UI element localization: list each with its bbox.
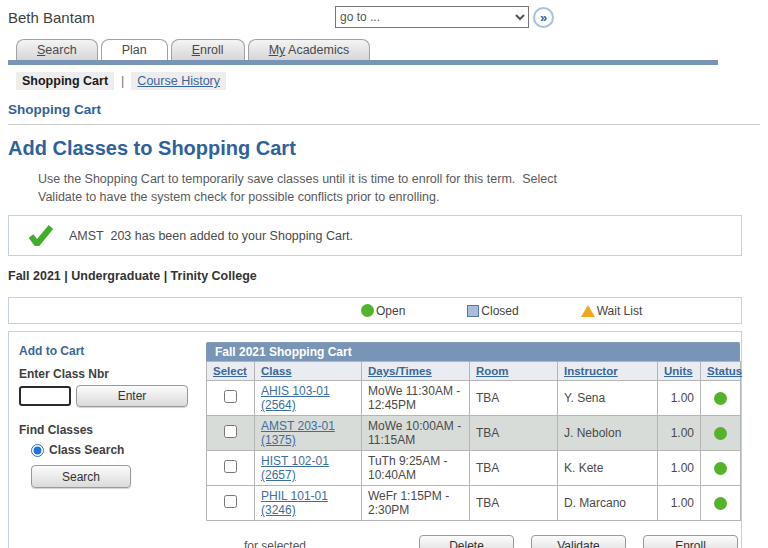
- column-header-instructor[interactable]: Instructor: [564, 365, 618, 377]
- open-status-icon: [361, 304, 374, 317]
- user-name: Beth Bantam: [8, 9, 95, 26]
- goto-group: go to ... »: [335, 6, 554, 28]
- class-code: AHIS 103-01: [261, 384, 355, 398]
- table-row: AHIS 103-01(2564) MoWe 11:30AM - 12:45PM…: [207, 381, 741, 416]
- for-selected-label: for selected: [244, 539, 306, 548]
- legend-closed: Closed: [467, 304, 518, 318]
- class-nbr: (2564): [261, 398, 355, 412]
- class-link[interactable]: PHIL 101-01(3246): [261, 489, 355, 517]
- table-header-row: Select Class Days/Times Room Instructor …: [207, 362, 741, 381]
- tab-enroll[interactable]: Enroll: [171, 39, 245, 60]
- room-cell: TBA: [470, 486, 558, 521]
- term-line: Fall 2021 | Undergraduate | Trinity Coll…: [8, 269, 760, 283]
- class-nbr: (2657): [261, 468, 355, 482]
- column-header-class[interactable]: Class: [261, 365, 292, 377]
- days-times-cell: MoWe 11:30AM - 12:45PM: [362, 381, 470, 416]
- cart-grid-area: Fall 2021 Shopping Cart Select Class Day…: [206, 342, 741, 548]
- row-select-checkbox[interactable]: [224, 390, 237, 403]
- class-code: PHIL 101-01: [261, 489, 355, 503]
- class-nbr: (1375): [261, 433, 355, 447]
- tab-label: Plan: [122, 43, 147, 57]
- subnav-separator: |: [121, 74, 124, 88]
- shopping-cart-panel: Add to Cart Enter Class Nbr Enter Find C…: [8, 331, 742, 548]
- double-chevron-icon: »: [540, 10, 547, 25]
- days-times-cell: MoWe 10:00AM - 11:15AM: [362, 416, 470, 451]
- success-message-box: AMST 203 has been added to your Shopping…: [8, 215, 742, 256]
- class-search-radio[interactable]: [31, 444, 44, 457]
- tab-search[interactable]: Search: [16, 39, 98, 60]
- success-message-text: AMST 203 has been added to your Shopping…: [69, 229, 353, 243]
- legend-closed-label: Closed: [481, 304, 518, 318]
- units-cell: 1.00: [658, 381, 701, 416]
- table-row-highlighted: AMST 203-01(1375) MoWe 10:00AM - 11:15AM…: [207, 416, 741, 451]
- legend-waitlist-label: Wait List: [597, 304, 643, 318]
- instructor-cell: J. Nebolon: [558, 416, 658, 451]
- legend-waitlist: Wait List: [581, 304, 643, 318]
- units-cell: 1.00: [658, 486, 701, 521]
- class-link[interactable]: AMST 203-01(1375): [261, 419, 355, 447]
- open-status-icon: [714, 497, 727, 510]
- tab-plan[interactable]: Plan: [101, 39, 168, 60]
- units-cell: 1.00: [658, 451, 701, 486]
- tab-label: nroll: [200, 43, 224, 57]
- go-button[interactable]: »: [533, 7, 554, 28]
- tab-underline-bar: [8, 60, 718, 65]
- top-bar: Beth Bantam go to ... »: [8, 6, 760, 32]
- class-nbr: (3246): [261, 503, 355, 517]
- column-header-status[interactable]: Status: [707, 365, 742, 377]
- legend-open: Open: [361, 304, 405, 318]
- days-times-cell: WeFr 1:15PM - 2:30PM: [362, 486, 470, 521]
- column-header-days-times[interactable]: Days/Times: [368, 365, 432, 377]
- table-row: PHIL 101-01(3246) WeFr 1:15PM - 2:30PM T…: [207, 486, 741, 521]
- class-nbr-input[interactable]: [19, 386, 71, 406]
- row-select-checkbox[interactable]: [224, 495, 237, 508]
- goto-select[interactable]: go to ...: [335, 6, 529, 28]
- add-to-cart-panel: Add to Cart Enter Class Nbr Enter Find C…: [9, 342, 206, 548]
- open-status-icon: [714, 427, 727, 440]
- room-cell: TBA: [470, 381, 558, 416]
- page-title: Add Classes to Shopping Cart: [8, 137, 760, 160]
- column-header-units[interactable]: Units: [664, 365, 693, 377]
- delete-button[interactable]: Delete: [419, 535, 514, 548]
- row-select-checkbox[interactable]: [224, 425, 237, 438]
- instructions-text: Use the Shopping Cart to temporarily sav…: [38, 170, 583, 206]
- tab-label: My: [269, 43, 286, 57]
- tab-label: E: [192, 43, 200, 57]
- open-status-icon: [714, 392, 727, 405]
- table-row: HIST 102-01(2657) TuTh 9:25AM - 10:40AM …: [207, 451, 741, 486]
- success-check-icon: [29, 225, 53, 246]
- waitlist-status-icon: [581, 305, 595, 317]
- validate-button[interactable]: Validate: [531, 535, 626, 548]
- search-button[interactable]: Search: [31, 465, 131, 488]
- row-select-checkbox[interactable]: [224, 460, 237, 473]
- shopping-cart-table: Select Class Days/Times Room Instructor …: [206, 361, 741, 521]
- legend-open-label: Open: [376, 304, 405, 318]
- class-link[interactable]: AHIS 103-01(2564): [261, 384, 355, 412]
- enroll-button[interactable]: Enroll: [643, 535, 738, 548]
- instructor-cell: K. Kete: [558, 451, 658, 486]
- tab-label: Academics: [285, 43, 349, 57]
- subnav: Shopping Cart | Course History: [16, 72, 760, 90]
- subnav-link-course-history[interactable]: Course History: [137, 74, 220, 88]
- instructor-cell: Y. Sena: [558, 381, 658, 416]
- class-code: HIST 102-01: [261, 454, 355, 468]
- tab-my-academics[interactable]: My Academics: [248, 39, 371, 60]
- instructor-cell: D. Marcano: [558, 486, 658, 521]
- class-code: AMST 203-01: [261, 419, 355, 433]
- find-classes-label: Find Classes: [19, 423, 206, 437]
- class-link[interactable]: HIST 102-01(2657): [261, 454, 355, 482]
- closed-status-icon: [467, 305, 479, 317]
- open-status-icon: [714, 462, 727, 475]
- enter-class-nbr-label: Enter Class Nbr: [19, 367, 206, 381]
- tab-label: earch: [45, 43, 76, 57]
- column-header-room[interactable]: Room: [476, 365, 509, 377]
- status-legend: Open Closed Wait List: [8, 297, 742, 324]
- subnav-item-shopping-cart: Shopping Cart: [16, 72, 114, 90]
- tab-bar: Search Plan Enroll My Academics: [8, 39, 760, 60]
- column-header-select[interactable]: Select: [213, 365, 247, 377]
- room-cell: TBA: [470, 451, 558, 486]
- cart-actions-row: for selected Delete Validate Enroll: [206, 535, 740, 548]
- divider: [8, 124, 760, 125]
- enter-button[interactable]: Enter: [76, 385, 188, 407]
- room-cell: TBA: [470, 416, 558, 451]
